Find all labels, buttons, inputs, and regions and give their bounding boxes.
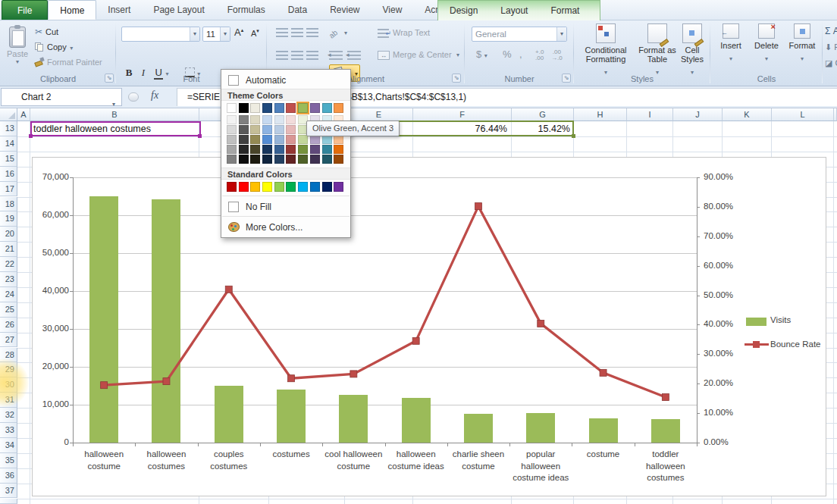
row-header-19[interactable]: 19 — [0, 211, 17, 227]
fill-button[interactable]: ⬇ F — [825, 42, 837, 52]
column-header-partial[interactable] — [834, 108, 837, 121]
variant-color-swatch[interactable] — [227, 125, 237, 134]
variant-color-swatch[interactable] — [274, 145, 284, 154]
variant-color-swatch[interactable] — [286, 145, 296, 154]
variant-color-swatch[interactable] — [250, 145, 260, 154]
column-header-J[interactable]: J — [673, 108, 723, 121]
variant-color-swatch[interactable] — [334, 155, 343, 164]
standard-color-swatch[interactable] — [310, 182, 320, 192]
font-size-combo[interactable]: 11▾ — [202, 27, 230, 42]
row-header-25[interactable]: 25 — [0, 302, 17, 318]
insert-function-icon[interactable]: fx — [151, 89, 158, 102]
chart-object[interactable]: 70,00060,00050,00040,00030,00020,00010,0… — [32, 157, 826, 496]
insert-cells-button[interactable]: ← Insert▾ — [714, 22, 748, 64]
variant-color-swatch[interactable] — [227, 155, 237, 164]
variant-color-swatch[interactable] — [239, 145, 249, 154]
standard-color-swatch[interactable] — [262, 182, 272, 192]
number-format-combo[interactable]: General▾ — [472, 27, 567, 42]
purple-selection-handle[interactable] — [29, 134, 33, 138]
name-box[interactable]: Chart 2▾ — [1, 88, 122, 106]
row-header-22[interactable]: 22 — [0, 257, 17, 272]
format-as-table-button[interactable]: Format as Table▾ — [636, 22, 679, 77]
grow-font-button[interactable]: A▴ — [234, 27, 243, 38]
standard-color-swatch[interactable] — [334, 182, 343, 192]
shrink-font-button[interactable]: A▾ — [251, 28, 259, 38]
variant-color-swatch[interactable] — [322, 155, 332, 164]
wrap-text-button[interactable]: Wrap Text — [393, 28, 430, 37]
theme-color-swatch[interactable] — [286, 103, 296, 113]
comma-style-button[interactable]: , — [519, 49, 522, 60]
bounce-rate-line-series[interactable] — [73, 177, 697, 443]
tab-review[interactable]: Review — [318, 0, 371, 20]
row-header-35[interactable]: 35 — [0, 453, 17, 468]
format-painter-button[interactable]: Format Painter — [35, 55, 102, 68]
variant-color-swatch[interactable] — [239, 135, 249, 144]
row-header-17[interactable]: 17 — [0, 182, 17, 197]
variant-color-swatch[interactable] — [322, 145, 332, 154]
align-bottom-icon[interactable] — [306, 28, 318, 37]
green-selection-handle[interactable] — [572, 134, 575, 138]
theme-color-swatch[interactable] — [239, 103, 249, 113]
increase-decimal-button[interactable]: +.0.00 — [535, 49, 544, 61]
tab-insert[interactable]: Insert — [96, 0, 142, 20]
cell-styles-button[interactable]: Cell Styles▾ — [676, 22, 709, 77]
standard-color-swatch[interactable] — [239, 182, 249, 192]
theme-color-swatch[interactable] — [227, 103, 237, 113]
variant-color-swatch[interactable] — [227, 145, 237, 154]
row-header-29[interactable]: 29 — [0, 362, 17, 377]
row-header-37[interactable]: 37 — [0, 484, 17, 499]
decrease-decimal-button[interactable]: .00→.0 — [551, 49, 563, 61]
worksheet-grid[interactable]: ABCDEFGHIJKL1314151617181920212223242526… — [0, 108, 837, 504]
row-header-27[interactable]: 27 — [0, 333, 17, 348]
align-center-icon[interactable] — [291, 51, 303, 60]
standard-color-swatch[interactable] — [274, 182, 284, 192]
theme-color-swatch[interactable] — [334, 103, 343, 113]
autosum-button[interactable]: Σ A — [825, 26, 837, 36]
column-header-G[interactable]: G — [512, 108, 574, 121]
tab-page-layout[interactable]: Page Layout — [142, 0, 215, 20]
variant-color-swatch[interactable] — [274, 155, 284, 164]
align-middle-icon[interactable] — [291, 28, 303, 37]
paste-button[interactable]: Paste ▾ — [3, 23, 32, 81]
variant-color-swatch[interactable] — [250, 115, 260, 124]
variant-color-swatch[interactable] — [286, 135, 296, 144]
row-header-26[interactable]: 26 — [0, 318, 17, 333]
row-header-30[interactable]: 30 — [0, 377, 17, 393]
copy-button[interactable]: Copy ▾ — [35, 39, 73, 53]
row-header-20[interactable]: 20 — [0, 227, 17, 242]
series-name-range-border[interactable] — [30, 121, 201, 136]
delete-cells-button[interactable]: × Delete▾ — [750, 22, 783, 64]
column-header-B[interactable]: B — [30, 108, 199, 121]
variant-color-swatch[interactable] — [274, 125, 284, 134]
variant-color-swatch[interactable] — [274, 115, 284, 124]
variant-color-swatch[interactable] — [250, 135, 260, 144]
more-colors-option[interactable]: More Colors... — [221, 218, 350, 235]
row-header-21[interactable]: 21 — [0, 242, 17, 257]
theme-color-swatch[interactable] — [262, 103, 272, 113]
number-dialog-launcher[interactable]: ⇘ — [562, 74, 571, 83]
merge-center-arrow[interactable]: ▾ — [456, 52, 459, 58]
formula-bar-button[interactable] — [128, 92, 139, 102]
purple-selection-handle[interactable] — [198, 134, 202, 138]
select-all-corner[interactable] — [0, 108, 17, 121]
variant-color-swatch[interactable] — [286, 115, 296, 124]
standard-color-swatch[interactable] — [298, 182, 308, 192]
column-header-L[interactable]: L — [772, 108, 834, 121]
row-header-31[interactable]: 31 — [0, 393, 17, 408]
font-name-arrow[interactable]: ▾ — [190, 27, 199, 41]
automatic-option[interactable]: Automatic — [221, 71, 350, 88]
variant-color-swatch[interactable] — [250, 155, 260, 164]
column-header-H[interactable]: H — [574, 108, 627, 121]
column-header-I[interactable]: I — [627, 108, 673, 121]
row-header-24[interactable]: 24 — [0, 287, 17, 302]
tab-data[interactable]: Data — [277, 0, 318, 20]
align-left-icon[interactable] — [276, 51, 288, 60]
font-name-combo[interactable]: ▾ — [121, 27, 200, 42]
format-cells-button[interactable]: Format▾ — [785, 22, 819, 64]
theme-color-swatch[interactable] — [274, 103, 284, 113]
theme-color-swatch[interactable] — [322, 103, 332, 113]
row-header-32[interactable]: 32 — [0, 408, 17, 423]
row-header-13[interactable]: 13 — [0, 121, 17, 136]
variant-color-swatch[interactable] — [262, 145, 272, 154]
row-header-16[interactable]: 16 — [0, 167, 17, 182]
